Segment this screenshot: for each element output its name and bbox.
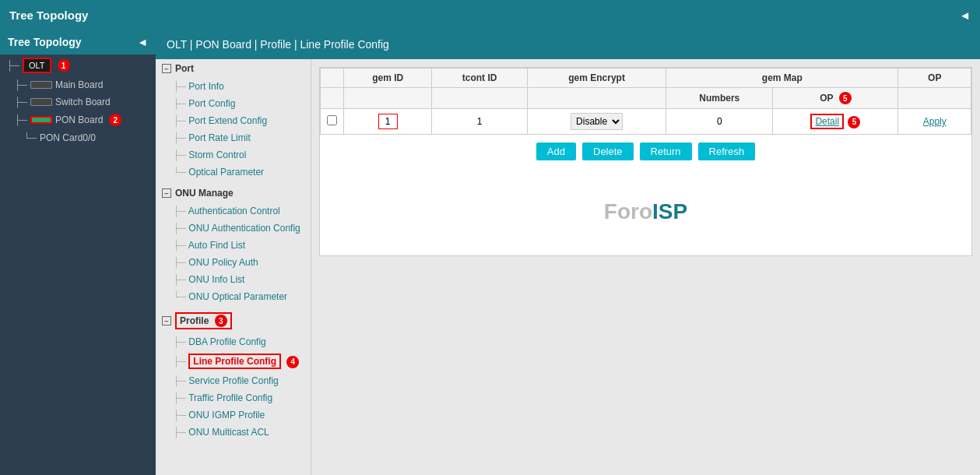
menu-item-line-profile[interactable]: ├─ Line Profile Config 4 (156, 350, 311, 372)
olt-label[interactable]: OLT (23, 58, 51, 73)
menu-item-port-extend-config[interactable]: ├─ Port Extend Config (156, 112, 311, 129)
menu-section-profile: − Profile 3 ├─ DBA Profile Config ├─ Lin… (156, 308, 311, 441)
th-checkbox-sub (321, 88, 344, 109)
th-checkbox (321, 69, 344, 88)
menu-section-port: − Port ├─ Port Info ├─ Port Config ├─ Po… (156, 59, 311, 181)
sidebar: Tree Topology ◄ ├─ OLT 1 ├─ Main Board ├… (0, 30, 156, 475)
row-numbers: 0 (666, 109, 773, 135)
menu-item-auth-control[interactable]: ├─ Authentication Control (156, 202, 311, 220)
detail-link[interactable]: Detail (810, 114, 844, 129)
gem-table: gem ID tcont ID gem Encrypt gem Map OP (320, 68, 971, 135)
menu-item-port-rate-limit[interactable]: ├─ Port Rate Limit (156, 129, 311, 146)
table-row: 1 1 Disable Enable 0 (321, 109, 971, 135)
sidebar-item-main-board[interactable]: ├─ Main Board (0, 76, 156, 93)
badge-2: 2 (109, 114, 121, 126)
sidebar-item-pon-board[interactable]: ├─ PON Board 2 (0, 111, 156, 129)
collapse-arrow[interactable]: ◄ (959, 9, 971, 22)
row-detail-cell: Detail 5 (773, 109, 898, 135)
watermark: ForoISP (320, 168, 971, 255)
onu-manage-collapse-icon[interactable]: − (162, 188, 171, 198)
menu-item-onu-optical-param[interactable]: └─ ONU Optical Parameter (156, 288, 311, 305)
row-tcont-id: 1 (432, 109, 528, 135)
row-checkbox-cell (321, 109, 344, 135)
middle-menu: − Port ├─ Port Info ├─ Port Config ├─ Po… (156, 59, 311, 475)
menu-item-optical-parameter[interactable]: └─ Optical Parameter (156, 164, 311, 181)
gem-encrypt-select[interactable]: Disable Enable (571, 113, 623, 130)
th-op: OP (898, 69, 971, 88)
th-tcont-id-sub (432, 88, 528, 109)
sidebar-item-switch-board[interactable]: ├─ Switch Board (0, 93, 156, 111)
button-area: Add Delete Return Refresh (320, 135, 971, 168)
onu-manage-section-header: − ONU Manage (156, 184, 311, 202)
row-gem-id: 1 (344, 109, 432, 135)
th-gem-encrypt: gem Encrypt (527, 69, 666, 88)
badge-5-row: 5 (848, 116, 860, 128)
menu-section-onu-manage: − ONU Manage ├─ Authentication Control ├… (156, 184, 311, 305)
row-apply-cell: Apply (898, 109, 971, 135)
menu-item-service-profile[interactable]: ├─ Service Profile Config (156, 372, 311, 389)
menu-item-auto-find-list[interactable]: ├─ Auto Find List (156, 237, 311, 254)
row-checkbox[interactable] (327, 115, 337, 125)
th-gem-id-sub (344, 88, 432, 109)
menu-item-onu-auth-config[interactable]: ├─ ONU Authentication Config (156, 220, 311, 237)
badge-4: 4 (286, 356, 299, 368)
badge-3: 3 (215, 315, 227, 327)
app-title: Tree Topology (9, 9, 88, 22)
menu-item-onu-igmp-profile[interactable]: ├─ ONU IGMP Profile (156, 406, 311, 424)
pon-board-icon (30, 116, 52, 124)
app-header: Tree Topology ◄ (0, 0, 980, 30)
refresh-button[interactable]: Refresh (698, 142, 756, 160)
data-area: gem ID tcont ID gem Encrypt gem Map OP (311, 59, 980, 475)
delete-button[interactable]: Delete (582, 142, 634, 160)
menu-item-onu-policy-auth[interactable]: ├─ ONU Policy Auth (156, 254, 311, 271)
th-gem-id: gem ID (344, 69, 432, 88)
row-gem-encrypt-cell: Disable Enable (527, 109, 666, 135)
profile-badge: Profile 3 (175, 312, 232, 329)
sidebar-item-pon-card[interactable]: └─ PON Card0/0 (0, 129, 156, 146)
line-profile-box: Line Profile Config (188, 354, 281, 369)
menu-item-onu-multicast-acl[interactable]: ├─ ONU Multicast ACL (156, 424, 311, 441)
th-op-sub: OP 5 (773, 88, 898, 109)
sidebar-item-olt[interactable]: ├─ OLT 1 (0, 55, 156, 76)
badge-1: 1 (58, 59, 70, 72)
sidebar-title: Tree Topology ◄ (0, 30, 156, 55)
profile-section-header: − Profile 3 (156, 308, 311, 333)
port-section-header: − Port (156, 59, 311, 78)
breadcrumb: OLT | PON Board | Profile | Line Profile… (156, 30, 980, 59)
th-gem-encrypt-sub (527, 88, 666, 109)
th-gem-map: gem Map (666, 69, 898, 88)
return-button[interactable]: Return (640, 142, 692, 160)
menu-item-port-config[interactable]: ├─ Port Config (156, 95, 311, 112)
data-panel: gem ID tcont ID gem Encrypt gem Map OP (319, 67, 972, 256)
sidebar-collapse-icon[interactable]: ◄ (137, 36, 148, 48)
th-action-sub (898, 88, 971, 109)
menu-item-traffic-profile[interactable]: ├─ Traffic Profile Config (156, 389, 311, 406)
menu-item-dba-profile[interactable]: ├─ DBA Profile Config (156, 333, 311, 350)
menu-item-storm-control[interactable]: ├─ Storm Control (156, 146, 311, 164)
add-button[interactable]: Add (536, 142, 576, 160)
main-board-icon (30, 81, 52, 89)
th-tcont-id: tcont ID (432, 69, 528, 88)
port-collapse-icon[interactable]: − (162, 64, 171, 73)
content-area: OLT | PON Board | Profile | Line Profile… (156, 30, 980, 475)
th-numbers: Numbers (666, 88, 773, 109)
menu-item-port-info[interactable]: ├─ Port Info (156, 78, 311, 95)
menu-item-onu-info-list[interactable]: ├─ ONU Info List (156, 271, 311, 288)
profile-collapse-icon[interactable]: − (162, 316, 171, 325)
apply-link[interactable]: Apply (923, 116, 947, 127)
switch-board-icon (30, 98, 52, 106)
